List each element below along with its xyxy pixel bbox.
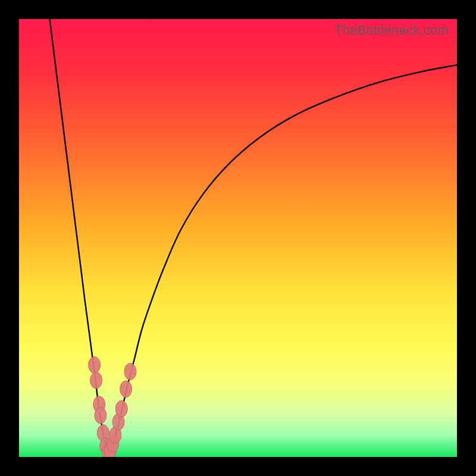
curve-layer bbox=[19, 19, 457, 457]
curve-right-branch bbox=[109, 65, 457, 452]
chart-frame: TheBottleneck.com bbox=[0, 0, 476, 476]
data-marker bbox=[124, 363, 136, 380]
watermark-text: TheBottleneck.com bbox=[334, 23, 449, 38]
data-marker bbox=[89, 356, 101, 373]
curve-left-branch bbox=[50, 19, 109, 453]
data-marker bbox=[95, 407, 107, 424]
data-marker bbox=[120, 381, 132, 397]
data-marker bbox=[115, 400, 127, 417]
data-marker bbox=[90, 372, 102, 389]
plot-area: TheBottleneck.com bbox=[19, 19, 457, 457]
